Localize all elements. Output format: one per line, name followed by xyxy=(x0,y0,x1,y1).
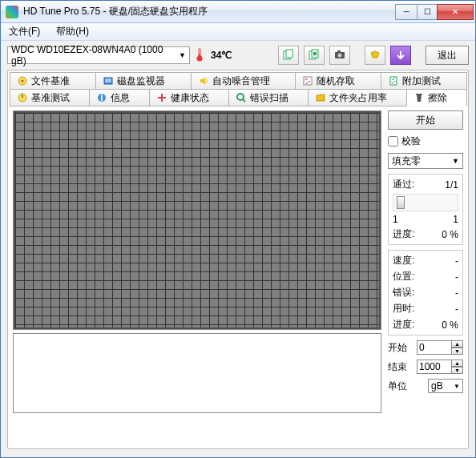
svg-rect-19 xyxy=(390,77,397,85)
log-output xyxy=(13,333,381,413)
progress-value: 0 % xyxy=(442,229,458,240)
chevron-down-icon: ▼ xyxy=(179,51,186,59)
tab-aam[interactable]: 自动噪音管理 xyxy=(191,72,296,90)
position-label: 位置: xyxy=(393,270,414,283)
app-window: HD Tune Pro 5.75 - 硬盘/固态硬盘实用程序 ─ ☐ ✕ 文件(… xyxy=(0,0,476,458)
tab-erase[interactable]: 擦除 xyxy=(406,89,467,106)
speed-value: - xyxy=(455,255,458,267)
tab-row-1: 文件基准 磁盘监视器 自动噪音管理 随机存取 附加测试 xyxy=(10,72,466,89)
svg-rect-2 xyxy=(199,48,200,54)
tab-extra-tests[interactable]: 附加测试 xyxy=(381,72,467,90)
svg-point-18 xyxy=(306,82,308,84)
copy-info-button[interactable] xyxy=(278,46,299,65)
start-row: 开始 ▲▼ xyxy=(388,340,463,355)
end-row: 结束 ▲▼ xyxy=(388,360,463,374)
spin-up-icon[interactable]: ▲ xyxy=(451,340,463,348)
position-value: - xyxy=(455,271,458,283)
unit-label: 单位 xyxy=(388,380,407,393)
svg-rect-14 xyxy=(105,78,111,82)
spin-up-icon[interactable]: ▲ xyxy=(451,360,463,367)
titlebar[interactable]: HD Tune Pro 5.75 - 硬盘/固态硬盘实用程序 ─ ☐ ✕ xyxy=(1,1,475,23)
close-button[interactable]: ✕ xyxy=(437,4,474,20)
start-spinner[interactable]: ▲▼ xyxy=(417,340,463,355)
save-button[interactable] xyxy=(390,46,411,65)
window-title: HD Tune Pro 5.75 - 硬盘/固态硬盘实用程序 xyxy=(23,5,396,18)
pass-label: 通过: xyxy=(393,178,414,191)
svg-point-16 xyxy=(305,78,307,80)
errors-label: 错误: xyxy=(393,286,414,299)
verify-checkbox[interactable]: 校验 xyxy=(388,135,463,148)
fill-method-select[interactable]: 填充零 ▼ xyxy=(388,153,463,169)
svg-line-25 xyxy=(243,99,245,102)
speed-label: 速度: xyxy=(393,254,414,267)
options-button[interactable] xyxy=(365,46,385,65)
tab-file-benchmark[interactable]: 文件基准 xyxy=(10,72,96,90)
elapsed-value: - xyxy=(455,303,458,315)
svg-point-17 xyxy=(309,81,310,82)
unit-select[interactable]: gB ▼ xyxy=(428,379,463,393)
exit-button[interactable]: 退出 xyxy=(426,46,469,65)
spin-down-icon[interactable]: ▼ xyxy=(451,367,463,374)
end-field-label: 结束 xyxy=(388,360,407,374)
end-input[interactable] xyxy=(417,360,452,374)
verify-checkbox-input[interactable] xyxy=(388,136,398,147)
svg-text:i: i xyxy=(100,92,103,103)
svg-rect-4 xyxy=(286,50,292,58)
svg-rect-26 xyxy=(416,94,422,95)
erase-tab-body: 开始 校验 填充零 ▼ 通过:1/1 11 进度:0 % xyxy=(10,106,466,413)
svg-point-9 xyxy=(338,54,342,58)
drive-select-value: WDC WD10EZEX-08WN4A0 (1000 gB) xyxy=(11,44,179,66)
save-screenshot-button[interactable] xyxy=(329,46,350,65)
tab-disk-monitor[interactable]: 磁盘监视器 xyxy=(95,72,192,90)
pass-group: 通过:1/1 11 进度:0 % xyxy=(388,174,463,245)
main-panel: 文件基准 磁盘监视器 自动噪音管理 随机存取 附加测试 基准测试 i信息 健康状… xyxy=(7,70,469,449)
thermometer-icon xyxy=(195,47,204,64)
copy-screenshot-button[interactable] xyxy=(304,46,325,65)
svg-rect-10 xyxy=(337,50,341,53)
tab-error-scan[interactable]: 错误扫描 xyxy=(228,89,309,106)
progress-label: 进度: xyxy=(393,227,414,241)
chevron-down-icon: ▼ xyxy=(452,157,459,165)
elapsed-label: 用时: xyxy=(393,302,414,315)
svg-rect-7 xyxy=(313,52,317,55)
unit-row: 单位 gB ▼ xyxy=(388,379,463,393)
progress2-value: 0 % xyxy=(442,319,458,331)
menu-file[interactable]: 文件(F) xyxy=(4,23,45,40)
chevron-down-icon: ▼ xyxy=(454,383,460,390)
svg-rect-21 xyxy=(22,94,23,98)
tab-row-2: 基准测试 i信息 健康状态 错误扫描 文件夹占用率 擦除 xyxy=(10,89,466,106)
tab-health[interactable]: 健康状态 xyxy=(149,89,229,106)
end-spinner[interactable]: ▲▼ xyxy=(417,360,463,374)
svg-point-24 xyxy=(237,94,244,100)
drive-select[interactable]: WDC WD10EZEX-08WN4A0 (1000 gB) ▼ xyxy=(7,46,190,64)
toolbar: WDC WD10EZEX-08WN4A0 (1000 gB) ▼ 34℃ 退出 xyxy=(7,46,469,65)
pass-value: 1/1 xyxy=(445,179,458,191)
pass-slider[interactable] xyxy=(393,194,458,211)
start-field-label: 开始 xyxy=(388,341,407,355)
spin-down-icon[interactable]: ▼ xyxy=(451,348,463,355)
status-group: 速度:- 位置:- 错误:- 用时:- 进度:0 % xyxy=(388,250,463,335)
errors-value: - xyxy=(455,287,458,299)
svg-point-12 xyxy=(22,80,24,82)
menubar: 文件(F) 帮助(H) xyxy=(1,23,475,41)
tab-random-access[interactable]: 随机存取 xyxy=(295,72,381,90)
start-input[interactable] xyxy=(417,340,452,355)
app-icon xyxy=(6,6,18,18)
svg-rect-15 xyxy=(304,77,312,85)
slider-thumb[interactable] xyxy=(397,196,405,209)
maximize-button[interactable]: ☐ xyxy=(417,4,438,20)
temperature-value: 34℃ xyxy=(211,50,232,61)
tab-benchmark[interactable]: 基准测试 xyxy=(10,89,90,106)
menu-help[interactable]: 帮助(H) xyxy=(51,23,94,40)
content-area: WDC WD10EZEX-08WN4A0 (1000 gB) ▼ 34℃ 退出 … xyxy=(1,41,475,457)
range-max: 1 xyxy=(453,214,458,225)
start-button[interactable]: 开始 xyxy=(388,110,463,130)
tab-folder-usage[interactable]: 文件夹占用率 xyxy=(308,89,407,106)
block-map xyxy=(13,110,381,330)
range-min: 1 xyxy=(393,214,398,225)
progress2-label: 进度: xyxy=(393,318,414,331)
side-panel: 开始 校验 填充零 ▼ 通过:1/1 11 进度:0 % xyxy=(388,110,463,413)
minimize-button[interactable]: ─ xyxy=(395,4,418,20)
tab-info[interactable]: i信息 xyxy=(89,89,150,106)
